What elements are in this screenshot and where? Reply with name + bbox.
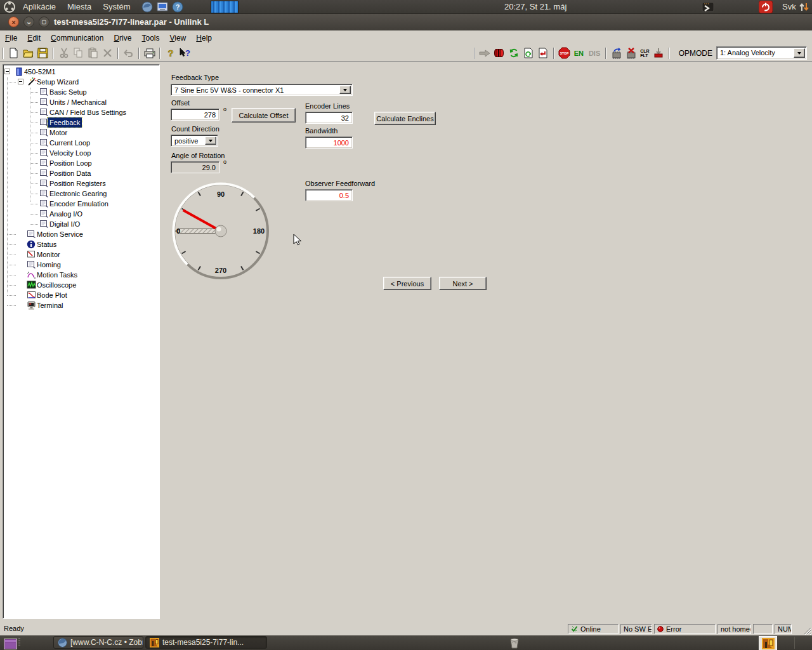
tree-item-label[interactable]: Motor: [48, 128, 69, 138]
tree-item-label[interactable]: Setup Wizard: [35, 77, 81, 87]
power-button-icon[interactable]: [759, 0, 773, 14]
tree-item-feedback[interactable]: Feedback: [3, 117, 159, 128]
disable-button[interactable]: DIS: [586, 50, 603, 57]
tree-item-position-data[interactable]: Position Data: [3, 168, 159, 178]
window-close-button[interactable]: ×: [8, 17, 19, 27]
tree-item-basic-setup[interactable]: Basic Setup: [3, 87, 159, 97]
tree-collapse-toggle[interactable]: [4, 69, 10, 74]
menu-tools[interactable]: Tools: [136, 31, 164, 45]
menu-edit[interactable]: Edit: [22, 31, 46, 45]
applet-handle[interactable]: [18, 638, 20, 647]
keyboard-layout-indicator[interactable]: Svk: [782, 0, 796, 14]
tree-item-label[interactable]: Position Registers: [48, 178, 108, 189]
observer-feedforward-input[interactable]: 0.5: [305, 189, 353, 201]
print-button[interactable]: [142, 46, 157, 60]
tree-item-current-loop[interactable]: Current Loop: [3, 138, 159, 148]
tree-item-can-field-bus-settings[interactable]: CAN / Field Bus Settings: [3, 107, 159, 117]
distributor-logo-icon[interactable]: [3, 0, 16, 14]
motor-stage-button[interactable]: [492, 46, 507, 60]
tree-item-label[interactable]: Motion Service: [35, 229, 85, 239]
window-thumbnail[interactable]: [211, 1, 239, 13]
tree-item-label[interactable]: Bode Plot: [35, 290, 69, 300]
save-button[interactable]: [36, 46, 50, 60]
tree-item-oscilloscope[interactable]: Oscilloscope: [3, 280, 159, 290]
tree-item-setup-wizard[interactable]: Setup Wizard: [3, 77, 159, 87]
cut-button[interactable]: [56, 46, 71, 60]
reset-button[interactable]: [624, 46, 638, 60]
window-titlebar[interactable]: × ⌄ ▢ test-mesa5i25-7i77-linear.par - Un…: [0, 14, 812, 31]
coldstart-button[interactable]: [609, 46, 624, 60]
tree-item-electronic-gearing[interactable]: Electronic Gearing: [3, 189, 159, 199]
send-to-drive-button[interactable]: [478, 46, 492, 60]
menu-file[interactable]: File: [0, 31, 22, 45]
window-maximize-button[interactable]: ▢: [39, 17, 49, 27]
delete-button[interactable]: [100, 46, 115, 60]
opmode-dropdown-button[interactable]: [794, 48, 805, 58]
open-file-button[interactable]: [21, 46, 36, 60]
next-button[interactable]: Next >: [439, 277, 487, 290]
desktop-menu-miesta[interactable]: Miesta: [62, 0, 97, 14]
desktop-menu-system[interactable]: Systém: [97, 0, 136, 14]
tree-item-units-mechanical[interactable]: Units / Mechanical: [3, 97, 159, 107]
help-launcher-icon[interactable]: ?: [171, 0, 185, 14]
count-direction-dropdown-button[interactable]: [205, 136, 216, 145]
tree-item-label[interactable]: Digital I/O: [48, 219, 82, 229]
calculate-offset-button[interactable]: Calculate Offset: [232, 108, 296, 123]
tree-item-homing[interactable]: Homing: [3, 260, 159, 270]
window-selector-icon[interactable]: [3, 637, 17, 650]
paste-button[interactable]: [86, 46, 100, 60]
tree-item-450-52m1[interactable]: 450-52M1: [3, 67, 159, 77]
resize-grip[interactable]: [803, 627, 811, 636]
tree-item-label[interactable]: Position Data: [48, 168, 93, 178]
count-direction-combobox[interactable]: positive: [171, 135, 218, 147]
refresh-button[interactable]: [507, 46, 521, 60]
tree-item-label[interactable]: 450-52M1: [22, 67, 58, 77]
new-file-button[interactable]: [6, 46, 21, 60]
tree-item-position-loop[interactable]: Position Loop: [3, 158, 159, 168]
tree-item-status[interactable]: Status: [3, 239, 159, 249]
install-launcher-icon[interactable]: [155, 0, 169, 14]
offset-input[interactable]: 278: [171, 109, 219, 121]
taskbar-task[interactable]: [www.C-N-C.cz • Zobr...: [53, 636, 143, 649]
tree-item-label[interactable]: Motion Tasks: [35, 270, 79, 280]
tree-item-digital-i-o[interactable]: Digital I/O: [3, 219, 159, 229]
remote-desktop-icon[interactable]: [701, 0, 715, 14]
tree-item-motor[interactable]: Motor: [3, 128, 159, 138]
copy-button[interactable]: [71, 46, 86, 60]
tree-item-position-registers[interactable]: Position Registers: [3, 178, 159, 189]
unilink-tray-icon[interactable]: [759, 636, 777, 650]
menu-communication[interactable]: Communication: [46, 31, 108, 45]
tree-item-encoder-emulation[interactable]: Encoder Emulation: [3, 199, 159, 209]
tree-item-analog-i-o[interactable]: Analog I/O: [3, 209, 159, 219]
context-help-button[interactable]: ?: [178, 46, 192, 60]
window-minimize-button[interactable]: ⌄: [23, 17, 34, 27]
menu-help[interactable]: Help: [191, 31, 217, 45]
tree-item-label[interactable]: Units / Mechanical: [48, 97, 108, 107]
tree-item-label[interactable]: CAN / Field Bus Settings: [48, 107, 128, 117]
stop-button[interactable]: STOP: [557, 46, 572, 60]
save-to-eeprom-button[interactable]: [652, 46, 666, 60]
tree-item-label[interactable]: Feedback: [48, 117, 82, 128]
previous-button[interactable]: < Previous: [383, 277, 431, 290]
browser-launcher-icon[interactable]: [140, 0, 154, 14]
load-defaults-button[interactable]: [536, 46, 551, 60]
clear-fault-button[interactable]: CLR FLT: [638, 49, 651, 58]
bandwidth-input[interactable]: 1000: [305, 136, 353, 149]
desktop-menu-aplikacie[interactable]: Aplikácie: [17, 0, 62, 14]
layout-arrows-icon[interactable]: [797, 0, 811, 14]
tree-item-label[interactable]: Monitor: [35, 249, 62, 260]
tree-item-label[interactable]: Analog I/O: [48, 209, 84, 219]
reload-parameters-button[interactable]: [521, 46, 536, 60]
trash-icon[interactable]: [508, 636, 521, 650]
help-button[interactable]: ?: [163, 46, 178, 60]
tree-item-label[interactable]: Homing: [35, 260, 63, 270]
encoder-lines-input[interactable]: 32: [305, 112, 353, 124]
calculate-enclines-button[interactable]: Calculate Enclines: [374, 112, 436, 125]
tree-item-label[interactable]: Position Loop: [48, 158, 94, 168]
tree-item-label[interactable]: Velocity Loop: [48, 148, 93, 158]
tree-item-velocity-loop[interactable]: Velocity Loop: [3, 148, 159, 158]
tree-item-terminal[interactable]: Terminal: [3, 300, 159, 310]
tree-item-motion-tasks[interactable]: Motion Tasks: [3, 270, 159, 280]
feedback-type-dropdown-button[interactable]: [339, 86, 351, 94]
tree-item-bode-plot[interactable]: Bode Plot: [3, 290, 159, 300]
